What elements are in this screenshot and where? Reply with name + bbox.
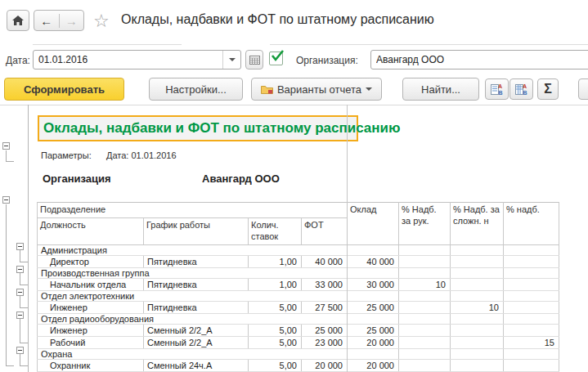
cell-bonus-complex[interactable]: 10 [451, 301, 504, 313]
cell-salary[interactable]: 25 000 [348, 324, 399, 336]
cell-rate[interactable]: 5,00 [249, 359, 302, 371]
col-header-bonus-complex[interactable]: % Надб. за сложн. н [451, 203, 504, 245]
cell-bonus-complex[interactable] [451, 336, 504, 348]
cell-rate[interactable]: 5,00 [249, 336, 302, 348]
cell-schedule[interactable]: Пятидневка [144, 278, 249, 290]
cell-schedule[interactable]: Сменный 24ч.А [144, 359, 249, 371]
cell-salary[interactable] [348, 290, 399, 301]
organization-field[interactable] [370, 50, 588, 69]
cell-salary[interactable] [348, 313, 399, 324]
cell-bonus[interactable] [504, 278, 559, 290]
cell-bonus-mgr[interactable] [399, 290, 451, 301]
generate-button[interactable]: Сформировать [4, 78, 124, 101]
organization-input[interactable] [371, 51, 588, 69]
cell-bonus-mgr[interactable] [399, 348, 451, 359]
settings-button[interactable]: Настройки... [149, 78, 243, 101]
cell-department[interactable]: Отдел электротехники [38, 290, 348, 301]
find-button[interactable]: Найти... [402, 78, 479, 101]
cell-salary[interactable]: 20 000 [348, 359, 399, 371]
cell-bonus-mgr[interactable] [399, 336, 451, 348]
cell-position[interactable]: Директор [38, 255, 144, 267]
cell-bonus[interactable]: 15 [504, 336, 559, 348]
cell-schedule[interactable]: Пятидневка [144, 301, 249, 313]
cell-bonus-complex[interactable] [451, 290, 504, 301]
group-collapse-toggle[interactable] [16, 243, 24, 250]
cell-bonus-complex[interactable] [451, 324, 504, 336]
cell-department[interactable]: Администрация [38, 244, 348, 255]
cell-bonus[interactable] [504, 301, 559, 313]
date-input[interactable] [34, 51, 223, 69]
cell-position[interactable]: Охранник [38, 359, 144, 371]
cell-bonus[interactable] [504, 244, 559, 255]
cell-department[interactable]: Производственная группа [38, 267, 348, 278]
cell-department[interactable]: Отдел радиооборудования [38, 313, 348, 324]
more-button[interactable] [578, 78, 588, 100]
cell-salary[interactable] [348, 348, 399, 359]
cell-bonus-mgr[interactable] [399, 255, 451, 267]
group-collapse-toggle[interactable] [16, 266, 24, 273]
cell-salary[interactable] [348, 244, 399, 255]
cell-department[interactable]: Охрана [38, 348, 348, 359]
cell-fot[interactable]: 23 000 [302, 336, 348, 348]
col-header-position[interactable]: Должность [38, 218, 144, 245]
cell-bonus-complex[interactable] [451, 359, 504, 371]
cell-fot[interactable]: 20 000 [302, 359, 348, 371]
cell-bonus-mgr[interactable] [399, 267, 451, 278]
cell-rate[interactable]: 5,00 [249, 324, 302, 336]
date-dropdown-button[interactable] [222, 51, 240, 69]
report-title-cell[interactable]: Оклады, надбавки и ФОТ по штатному распи… [38, 115, 358, 141]
col-header-department[interactable]: Подразделение [38, 203, 348, 218]
cell-salary[interactable]: 25 000 [348, 301, 399, 313]
cell-bonus[interactable] [504, 267, 559, 278]
forward-button[interactable]: → [60, 14, 84, 28]
cell-bonus-mgr[interactable]: 10 [399, 278, 451, 290]
cell-salary[interactable]: 30 000 [348, 278, 399, 290]
cell-bonus-complex[interactable] [451, 244, 504, 255]
cell-bonus-mgr[interactable] [399, 313, 451, 324]
cell-rate[interactable]: 1,00 [249, 255, 302, 267]
cell-bonus[interactable] [504, 313, 559, 324]
report-variants-button[interactable]: Варианты отчета [251, 78, 382, 101]
cell-schedule[interactable]: Сменный 2/2_А [144, 336, 249, 348]
cell-position[interactable]: Начальник отдела [38, 278, 144, 290]
cell-bonus[interactable] [504, 348, 559, 359]
cell-position[interactable]: Инженер [38, 301, 144, 313]
cell-bonus[interactable] [504, 255, 559, 267]
cell-bonus-complex[interactable] [451, 313, 504, 324]
col-header-salary[interactable]: Оклад [348, 203, 399, 245]
cell-bonus-complex[interactable] [451, 267, 504, 278]
col-header-schedule[interactable]: График работы [144, 218, 249, 245]
back-button[interactable]: ← [34, 14, 60, 28]
cell-bonus-complex[interactable] [451, 348, 504, 359]
cell-bonus-mgr[interactable] [399, 301, 451, 313]
calendar-button[interactable] [245, 50, 263, 69]
cell-fot[interactable]: 40 000 [302, 255, 348, 267]
cell-salary[interactable]: 40 000 [348, 255, 399, 267]
home-button[interactable] [7, 10, 29, 31]
cell-position[interactable]: Рабочий [38, 336, 144, 348]
col-header-bonus[interactable]: % надб. [504, 203, 559, 245]
group-collapse-toggle[interactable] [2, 196, 10, 204]
cell-rate[interactable]: 1,00 [249, 278, 302, 290]
sum-button[interactable]: Σ [537, 78, 559, 100]
expand-groups-button[interactable]: A B [485, 78, 509, 100]
cell-fot[interactable]: 25 000 [302, 324, 348, 336]
col-header-bonus-mgr[interactable]: % Надб. за рук. [399, 203, 451, 245]
col-header-fot[interactable]: ФОТ [302, 218, 348, 245]
cell-schedule[interactable]: Сменный 2/2_А [144, 324, 249, 336]
cell-bonus-mgr[interactable] [399, 244, 451, 255]
cell-bonus-mgr[interactable] [399, 359, 451, 371]
favorite-star-icon[interactable]: ☆ [93, 11, 110, 32]
group-collapse-toggle[interactable] [2, 142, 10, 150]
group-collapse-toggle[interactable] [16, 347, 24, 354]
cell-bonus[interactable] [504, 290, 559, 301]
cell-bonus-mgr[interactable] [399, 324, 451, 336]
cell-schedule[interactable]: Пятидневка [144, 255, 249, 267]
cell-position[interactable]: Инженер [38, 324, 144, 336]
cell-fot[interactable]: 33 000 [302, 278, 348, 290]
cell-bonus-complex[interactable] [451, 255, 504, 267]
cell-salary[interactable] [348, 267, 399, 278]
col-header-rate[interactable]: Колич. ставок [249, 218, 302, 245]
group-collapse-toggle[interactable] [16, 311, 24, 319]
collapse-groups-button[interactable]: A B [509, 78, 533, 100]
